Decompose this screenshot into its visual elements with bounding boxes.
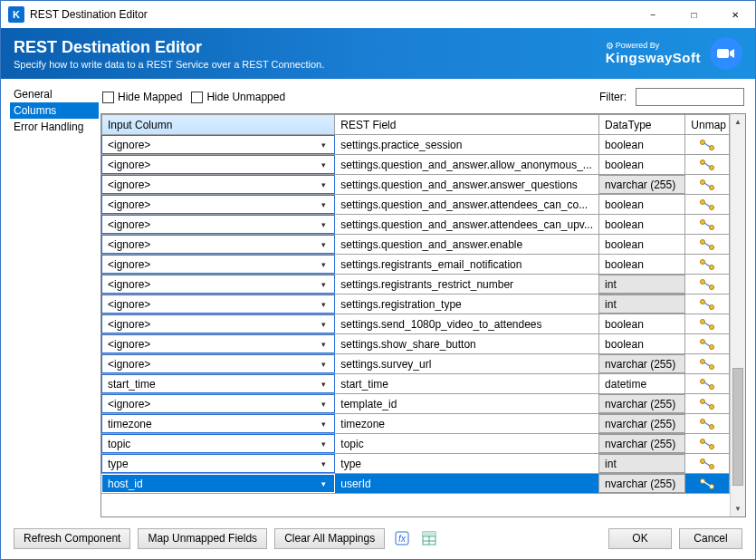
unmap-button[interactable] <box>685 294 729 314</box>
chevron-down-icon[interactable]: ▾ <box>316 455 330 472</box>
chevron-down-icon[interactable]: ▾ <box>316 355 330 372</box>
chevron-down-icon[interactable]: ▾ <box>316 295 330 313</box>
col-header-datatype[interactable]: DataType <box>599 115 685 135</box>
input-column-cell[interactable]: <ignore>▾ <box>101 135 335 154</box>
chevron-down-icon[interactable]: ▾ <box>316 136 330 153</box>
input-column-cell[interactable]: <ignore>▾ <box>101 314 335 333</box>
scroll-down-icon[interactable]: ▼ <box>731 501 745 517</box>
table-row[interactable]: <ignore>▾settings.practice_sessionboolea… <box>102 135 730 155</box>
table-row[interactable]: host_id▾userIdnvarchar (255) <box>102 474 730 494</box>
unmap-button[interactable] <box>685 314 729 333</box>
chevron-down-icon[interactable]: ▾ <box>316 395 330 412</box>
unmap-button[interactable] <box>685 334 729 353</box>
unmap-button[interactable] <box>685 474 729 493</box>
unmap-button[interactable] <box>685 235 729 254</box>
table-icon[interactable] <box>419 528 439 548</box>
input-column-cell[interactable]: <ignore>▾ <box>101 215 335 234</box>
input-column-cell[interactable]: topic▾ <box>101 434 335 453</box>
filter-input[interactable] <box>636 88 744 106</box>
rest-field-cell[interactable]: type <box>335 454 598 473</box>
unmap-button[interactable] <box>685 255 729 274</box>
input-column-cell[interactable]: <ignore>▾ <box>101 175 335 194</box>
input-column-cell[interactable]: start_time▾ <box>101 374 335 393</box>
unmap-button[interactable] <box>685 454 729 473</box>
rest-field-cell[interactable]: settings.survey_url <box>335 354 598 373</box>
chevron-down-icon[interactable]: ▾ <box>316 315 330 333</box>
hide-mapped-checkbox[interactable]: Hide Mapped <box>102 91 182 103</box>
chevron-down-icon[interactable]: ▾ <box>316 216 330 233</box>
chevron-down-icon[interactable]: ▾ <box>316 196 330 213</box>
table-row[interactable]: timezone▾timezonenvarchar (255) <box>102 414 730 434</box>
input-column-cell[interactable]: host_id▾ <box>101 474 335 493</box>
sidebar-item-columns[interactable]: Columns <box>10 102 99 119</box>
cancel-button[interactable]: Cancel <box>679 528 742 549</box>
map-unmapped-fields-button[interactable]: Map Unmapped Fields <box>138 528 267 549</box>
chevron-down-icon[interactable]: ▾ <box>316 275 330 293</box>
table-row[interactable]: <ignore>▾settings.send_1080p_video_to_at… <box>102 314 730 334</box>
chevron-down-icon[interactable]: ▾ <box>316 415 330 432</box>
rest-field-cell[interactable]: settings.practice_session <box>335 135 598 154</box>
unmap-button[interactable] <box>685 215 729 234</box>
rest-field-cell[interactable]: start_time <box>335 374 598 393</box>
unmap-button[interactable] <box>685 275 729 294</box>
rest-field-cell[interactable]: timezone <box>335 414 598 433</box>
input-column-cell[interactable]: <ignore>▾ <box>101 394 335 413</box>
table-row[interactable]: topic▾topicnvarchar (255) <box>102 434 730 454</box>
table-row[interactable]: <ignore>▾settings.question_and_answer.at… <box>102 195 730 215</box>
chevron-down-icon[interactable]: ▾ <box>316 176 330 193</box>
sidebar-item-error-handling[interactable]: Error Handling <box>10 119 99 135</box>
table-row[interactable]: <ignore>▾settings.registrants_restrict_n… <box>102 275 730 294</box>
unmap-button[interactable] <box>685 414 729 433</box>
close-button[interactable]: ✕ <box>714 1 755 28</box>
chevron-down-icon[interactable]: ▾ <box>316 475 330 492</box>
vertical-scrollbar[interactable]: ▲ ▼ <box>730 114 745 517</box>
unmap-button[interactable] <box>685 135 729 154</box>
rest-field-cell[interactable]: template_id <box>335 394 598 413</box>
chevron-down-icon[interactable]: ▾ <box>316 236 330 253</box>
rest-field-cell[interactable]: settings.question_and_answer.attendees_c… <box>335 215 598 234</box>
input-column-cell[interactable]: <ignore>▾ <box>101 255 335 274</box>
maximize-button[interactable]: □ <box>674 1 714 28</box>
clear-all-mappings-button[interactable]: Clear All Mappings <box>274 528 385 549</box>
unmap-button[interactable] <box>685 155 729 174</box>
unmap-button[interactable] <box>685 394 729 413</box>
chevron-down-icon[interactable]: ▾ <box>316 375 330 392</box>
table-row[interactable]: <ignore>▾settings.question_and_answer.an… <box>102 175 730 195</box>
rest-field-cell[interactable]: settings.registration_type <box>335 294 598 314</box>
input-column-cell[interactable]: <ignore>▾ <box>101 155 335 174</box>
table-row[interactable]: <ignore>▾settings.question_and_answer.en… <box>102 235 730 255</box>
rest-field-cell[interactable]: settings.registrants_restrict_number <box>335 275 598 294</box>
unmap-button[interactable] <box>685 354 729 373</box>
chevron-down-icon[interactable]: ▾ <box>316 156 330 173</box>
sidebar-item-general[interactable]: General <box>10 86 99 102</box>
rest-field-cell[interactable]: settings.show_share_button <box>335 334 598 353</box>
chevron-down-icon[interactable]: ▾ <box>316 435 330 452</box>
table-row[interactable]: <ignore>▾settings.registration_typeint <box>102 294 730 314</box>
col-header-unmap[interactable]: Unmap <box>685 115 730 135</box>
fx-icon[interactable]: fx <box>392 528 412 548</box>
chevron-down-icon[interactable]: ▾ <box>316 335 330 352</box>
unmap-button[interactable] <box>685 175 729 194</box>
table-row[interactable]: <ignore>▾settings.survey_urlnvarchar (25… <box>102 354 730 374</box>
input-column-cell[interactable]: <ignore>▾ <box>101 235 335 254</box>
col-header-rest[interactable]: REST Field <box>335 115 599 135</box>
hide-unmapped-checkbox[interactable]: Hide Unmapped <box>191 91 285 103</box>
rest-field-cell[interactable]: settings.question_and_answer.attendees_c… <box>335 195 598 214</box>
input-column-cell[interactable]: timezone▾ <box>101 414 335 433</box>
table-row[interactable]: <ignore>▾settings.show_share_buttonboole… <box>102 334 730 354</box>
input-column-cell[interactable]: <ignore>▾ <box>101 195 335 214</box>
rest-field-cell[interactable]: settings.registrants_email_notification <box>335 255 598 274</box>
input-column-cell[interactable]: <ignore>▾ <box>101 334 335 353</box>
rest-field-cell[interactable]: settings.question_and_answer.answer_ques… <box>335 175 598 194</box>
refresh-component-button[interactable]: Refresh Component <box>14 528 130 549</box>
unmap-button[interactable] <box>685 374 729 393</box>
input-column-cell[interactable]: type▾ <box>101 454 335 473</box>
chevron-down-icon[interactable]: ▾ <box>316 256 330 273</box>
input-column-cell[interactable]: <ignore>▾ <box>101 354 335 373</box>
unmap-button[interactable] <box>685 195 729 214</box>
table-row[interactable]: <ignore>▾settings.question_and_answer.al… <box>102 155 730 175</box>
table-row[interactable]: type▾typeint <box>102 454 730 474</box>
scroll-thumb[interactable] <box>732 368 743 486</box>
rest-field-cell[interactable]: settings.question_and_answer.allow_anony… <box>335 155 598 174</box>
minimize-button[interactable]: − <box>633 1 674 28</box>
